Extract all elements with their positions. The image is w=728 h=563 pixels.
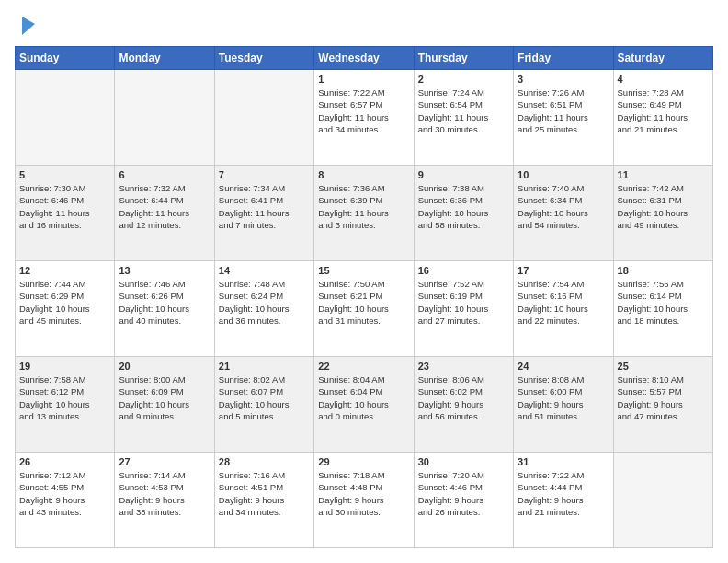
day-info: Sunrise: 7:52 AM Sunset: 6:19 PM Dayligh…: [418, 278, 509, 327]
day-cell: 4Sunrise: 7:28 AM Sunset: 6:49 PM Daylig…: [613, 70, 712, 166]
logo-icon: [18, 15, 37, 37]
day-info: Sunrise: 8:10 AM Sunset: 5:57 PM Dayligh…: [618, 373, 709, 422]
day-cell: 14Sunrise: 7:48 AM Sunset: 6:24 PM Dayli…: [214, 261, 313, 357]
day-cell: 27Sunrise: 7:14 AM Sunset: 4:53 PM Dayli…: [115, 453, 214, 548]
day-info: Sunrise: 7:12 AM Sunset: 4:55 PM Dayligh…: [19, 469, 110, 518]
day-number: 25: [618, 361, 709, 372]
day-cell: 25Sunrise: 8:10 AM Sunset: 5:57 PM Dayli…: [613, 357, 712, 453]
day-cell: 22Sunrise: 8:04 AM Sunset: 6:04 PM Dayli…: [314, 357, 414, 453]
day-info: Sunrise: 7:32 AM Sunset: 6:44 PM Dayligh…: [119, 182, 210, 231]
weekday-monday: Monday: [115, 47, 214, 70]
day-cell: 1Sunrise: 7:22 AM Sunset: 6:57 PM Daylig…: [314, 70, 414, 166]
day-cell: [115, 70, 214, 166]
day-number: 24: [518, 361, 609, 372]
day-number: 31: [518, 456, 609, 467]
day-cell: 3Sunrise: 7:26 AM Sunset: 6:51 PM Daylig…: [514, 70, 613, 166]
day-info: Sunrise: 7:16 AM Sunset: 4:51 PM Dayligh…: [219, 469, 310, 518]
day-cell: 23Sunrise: 8:06 AM Sunset: 6:02 PM Dayli…: [414, 357, 513, 453]
day-cell: [16, 70, 115, 166]
day-cell: 8Sunrise: 7:36 AM Sunset: 6:39 PM Daylig…: [314, 166, 414, 261]
day-number: 17: [518, 265, 609, 276]
day-info: Sunrise: 7:18 AM Sunset: 4:48 PM Dayligh…: [318, 469, 409, 518]
week-row-3: 12Sunrise: 7:44 AM Sunset: 6:29 PM Dayli…: [16, 261, 713, 357]
day-info: Sunrise: 7:36 AM Sunset: 6:39 PM Dayligh…: [318, 182, 409, 231]
weekday-tuesday: Tuesday: [214, 47, 313, 70]
day-info: Sunrise: 7:30 AM Sunset: 6:46 PM Dayligh…: [19, 182, 110, 231]
day-cell: 31Sunrise: 7:22 AM Sunset: 4:44 PM Dayli…: [514, 453, 613, 548]
day-number: 16: [418, 265, 509, 276]
day-info: Sunrise: 7:42 AM Sunset: 6:31 PM Dayligh…: [618, 182, 709, 231]
day-number: 22: [318, 361, 409, 372]
weekday-friday: Friday: [514, 47, 613, 70]
day-number: 20: [119, 361, 210, 372]
day-info: Sunrise: 7:54 AM Sunset: 6:16 PM Dayligh…: [518, 278, 609, 327]
day-cell: 18Sunrise: 7:56 AM Sunset: 6:14 PM Dayli…: [613, 261, 712, 357]
day-number: 29: [318, 456, 409, 467]
day-cell: 6Sunrise: 7:32 AM Sunset: 6:44 PM Daylig…: [115, 166, 214, 261]
day-cell: 28Sunrise: 7:16 AM Sunset: 4:51 PM Dayli…: [214, 453, 313, 548]
day-info: Sunrise: 7:40 AM Sunset: 6:34 PM Dayligh…: [518, 182, 609, 231]
weekday-sunday: Sunday: [16, 47, 115, 70]
day-cell: 12Sunrise: 7:44 AM Sunset: 6:29 PM Dayli…: [16, 261, 115, 357]
week-row-2: 5Sunrise: 7:30 AM Sunset: 6:46 PM Daylig…: [16, 166, 713, 261]
day-cell: 17Sunrise: 7:54 AM Sunset: 6:16 PM Dayli…: [514, 261, 613, 357]
day-number: 5: [19, 169, 110, 180]
day-cell: 11Sunrise: 7:42 AM Sunset: 6:31 PM Dayli…: [613, 166, 712, 261]
day-number: 6: [119, 169, 210, 180]
day-number: 14: [219, 265, 310, 276]
day-info: Sunrise: 7:50 AM Sunset: 6:21 PM Dayligh…: [318, 278, 409, 327]
weekday-wednesday: Wednesday: [314, 47, 414, 70]
day-number: 30: [418, 456, 509, 467]
day-number: 4: [618, 74, 709, 85]
day-cell: 19Sunrise: 7:58 AM Sunset: 6:12 PM Dayli…: [16, 357, 115, 453]
day-info: Sunrise: 7:14 AM Sunset: 4:53 PM Dayligh…: [119, 469, 210, 518]
day-cell: 21Sunrise: 8:02 AM Sunset: 6:07 PM Dayli…: [214, 357, 313, 453]
day-info: Sunrise: 7:26 AM Sunset: 6:51 PM Dayligh…: [518, 86, 609, 135]
week-row-4: 19Sunrise: 7:58 AM Sunset: 6:12 PM Dayli…: [16, 357, 713, 453]
day-number: 18: [618, 265, 709, 276]
day-cell: 30Sunrise: 7:20 AM Sunset: 4:46 PM Dayli…: [414, 453, 513, 548]
day-cell: [613, 453, 712, 548]
day-number: 27: [119, 456, 210, 467]
day-cell: 29Sunrise: 7:18 AM Sunset: 4:48 PM Dayli…: [314, 453, 414, 548]
day-info: Sunrise: 7:46 AM Sunset: 6:26 PM Dayligh…: [119, 278, 210, 327]
day-number: 15: [318, 265, 409, 276]
day-info: Sunrise: 8:08 AM Sunset: 6:00 PM Dayligh…: [518, 373, 609, 422]
day-number: 1: [318, 74, 409, 85]
day-number: 9: [418, 169, 509, 180]
day-info: Sunrise: 7:48 AM Sunset: 6:24 PM Dayligh…: [219, 278, 310, 327]
day-info: Sunrise: 8:02 AM Sunset: 6:07 PM Dayligh…: [219, 373, 310, 422]
day-cell: 20Sunrise: 8:00 AM Sunset: 6:09 PM Dayli…: [115, 357, 214, 453]
logo: [15, 15, 37, 37]
day-cell: 9Sunrise: 7:38 AM Sunset: 6:36 PM Daylig…: [414, 166, 513, 261]
day-cell: 7Sunrise: 7:34 AM Sunset: 6:41 PM Daylig…: [214, 166, 313, 261]
day-cell: 26Sunrise: 7:12 AM Sunset: 4:55 PM Dayli…: [16, 453, 115, 548]
day-info: Sunrise: 7:38 AM Sunset: 6:36 PM Dayligh…: [418, 182, 509, 231]
weekday-saturday: Saturday: [613, 47, 712, 70]
day-cell: 24Sunrise: 8:08 AM Sunset: 6:00 PM Dayli…: [514, 357, 613, 453]
day-info: Sunrise: 7:22 AM Sunset: 6:57 PM Dayligh…: [318, 86, 409, 135]
day-cell: 10Sunrise: 7:40 AM Sunset: 6:34 PM Dayli…: [514, 166, 613, 261]
day-info: Sunrise: 8:06 AM Sunset: 6:02 PM Dayligh…: [418, 373, 509, 422]
day-number: 11: [618, 169, 709, 180]
day-number: 8: [318, 169, 409, 180]
day-number: 21: [219, 361, 310, 372]
week-row-5: 26Sunrise: 7:12 AM Sunset: 4:55 PM Dayli…: [16, 453, 713, 548]
day-number: 19: [19, 361, 110, 372]
day-info: Sunrise: 7:28 AM Sunset: 6:49 PM Dayligh…: [618, 86, 709, 135]
day-info: Sunrise: 7:34 AM Sunset: 6:41 PM Dayligh…: [219, 182, 310, 231]
calendar-table: SundayMondayTuesdayWednesdayThursdayFrid…: [15, 46, 713, 548]
day-number: 2: [418, 74, 509, 85]
week-row-1: 1Sunrise: 7:22 AM Sunset: 6:57 PM Daylig…: [16, 70, 713, 166]
svg-marker-0: [22, 17, 35, 35]
day-cell: 13Sunrise: 7:46 AM Sunset: 6:26 PM Dayli…: [115, 261, 214, 357]
day-info: Sunrise: 7:20 AM Sunset: 4:46 PM Dayligh…: [418, 469, 509, 518]
day-cell: 16Sunrise: 7:52 AM Sunset: 6:19 PM Dayli…: [414, 261, 513, 357]
day-number: 28: [219, 456, 310, 467]
day-info: Sunrise: 7:58 AM Sunset: 6:12 PM Dayligh…: [19, 373, 110, 422]
day-number: 7: [219, 169, 310, 180]
weekday-header-row: SundayMondayTuesdayWednesdayThursdayFrid…: [16, 47, 713, 70]
day-number: 3: [518, 74, 609, 85]
day-cell: [214, 70, 313, 166]
day-cell: 5Sunrise: 7:30 AM Sunset: 6:46 PM Daylig…: [16, 166, 115, 261]
